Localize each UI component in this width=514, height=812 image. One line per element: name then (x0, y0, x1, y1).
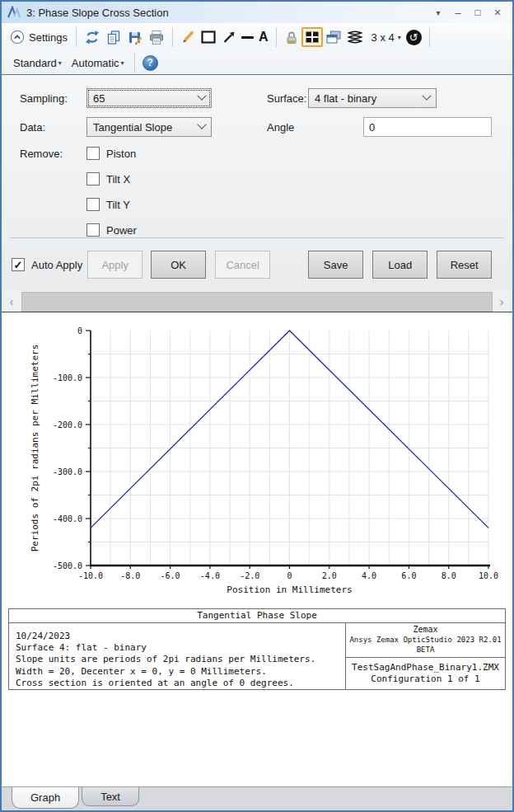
annotation-line: Slope units are periods of 2pi radians p… (16, 654, 339, 665)
svg-text:-10.0: -10.0 (78, 571, 103, 580)
line-icon (241, 36, 254, 39)
svg-text:-500.0: -500.0 (53, 561, 82, 570)
svg-text:8.0: 8.0 (442, 571, 456, 580)
save-button-toolbar[interactable] (124, 26, 146, 48)
caret-down-icon: ▾ (121, 59, 124, 67)
svg-text:-400.0: -400.0 (53, 514, 82, 523)
settings-panel: Sampling: 65 Surface: 4 flat - binary Da… (2, 75, 512, 291)
panel-button-row: ✓ Auto Apply Apply OK Cancel Save Load R… (2, 238, 512, 291)
scroll-left-icon[interactable]: ‹ (2, 292, 21, 312)
lens-file-name: TestSagAndPhase_Binary1.ZMX (346, 662, 505, 674)
tab-text[interactable]: Text (82, 787, 139, 806)
svg-text:-200.0: -200.0 (53, 420, 82, 429)
toolbar-separator (172, 27, 173, 47)
svg-text:Position in Millimeters: Position in Millimeters (227, 584, 352, 595)
text-annotate-button[interactable]: A (256, 26, 271, 48)
maximize-button[interactable]: □ (468, 4, 488, 21)
view-tabs: Graph Text (2, 786, 512, 810)
minimize-button[interactable]: – (448, 4, 468, 21)
settings-label: Settings (29, 31, 68, 44)
toolbar-secondary: Standard ▾ Automatic ▾ ? (2, 51, 512, 75)
help-button[interactable]: ? (140, 52, 161, 73)
chevron-down-icon (422, 92, 431, 101)
ok-button[interactable]: OK (151, 251, 206, 279)
copy-icon (105, 30, 122, 45)
surface-label: Surface: (267, 92, 308, 105)
svg-text:2.0: 2.0 (322, 571, 337, 580)
reset-view-button[interactable]: ↺ (404, 26, 424, 48)
tab-graph[interactable]: Graph (12, 787, 79, 809)
settings-toggle-button[interactable]: Settings (7, 30, 71, 45)
window-title: 3: Phase Slope Cross Section (26, 7, 428, 19)
standard-dropdown[interactable]: Standard ▾ (8, 53, 67, 73)
cascade-windows-button[interactable] (323, 26, 344, 48)
sampling-value: 65 (93, 92, 105, 105)
text-icon: A (259, 31, 269, 44)
svg-text:-2.0: -2.0 (240, 571, 259, 580)
piston-checkbox[interactable] (86, 147, 100, 160)
refresh-button[interactable] (82, 26, 103, 48)
product-version: Ansys Zemax OpticStudio 2023 R2.01 BETA (347, 635, 504, 655)
tilt-x-checkbox[interactable] (86, 172, 100, 185)
annotation-line: 10/24/2023 (16, 631, 339, 642)
lock-window-button[interactable] (282, 26, 301, 48)
data-dropdown[interactable]: Tangential Slope (86, 117, 212, 137)
scrollbar-thumb[interactable]: › (21, 292, 493, 312)
collapse-circle-icon (10, 30, 25, 45)
data-label: Data: (20, 121, 86, 134)
surface-dropdown[interactable]: 4 flat - binary (308, 88, 437, 108)
horizontal-scrollbar[interactable]: ‹ › (2, 291, 512, 312)
svg-text:6.0: 6.0 (401, 571, 416, 580)
automatic-dropdown[interactable]: Automatic ▾ (67, 53, 129, 73)
power-checkbox[interactable] (86, 223, 100, 237)
refresh-icon (84, 30, 100, 45)
tilt-y-checkbox[interactable] (86, 198, 100, 211)
auto-apply-checkbox[interactable]: ✓ (12, 258, 25, 271)
load-button[interactable]: Load (372, 251, 428, 279)
grid-size-dropdown[interactable]: 3 x 4 ▾ (366, 26, 404, 48)
line-annotate-button[interactable] (239, 26, 256, 48)
chart: 0-100.0-200.0-300.0-400.0-500.0-10.0-8.0… (2, 312, 512, 597)
sampling-label: Sampling: (20, 92, 86, 105)
sampling-dropdown[interactable]: 65 (86, 88, 212, 108)
remove-label: Remove: (20, 148, 86, 160)
tilt-x-checkbox-label: Tilt X (106, 173, 130, 185)
split-window-button[interactable] (301, 27, 323, 47)
svg-text:-100.0: -100.0 (53, 373, 82, 383)
pencil-annotate-button[interactable] (178, 26, 198, 48)
grid-size-label: 3 x 4 (371, 31, 395, 44)
toolbar-separator (76, 27, 77, 47)
data-value: Tangential Slope (93, 121, 172, 134)
power-checkbox-label: Power (106, 224, 137, 237)
svg-text:-300.0: -300.0 (53, 467, 82, 476)
annotation-line: Surface 4: flat - binary (16, 642, 339, 654)
tilt-y-checkbox-label: Tilt Y (106, 199, 130, 211)
history-icon: ↺ (406, 30, 422, 45)
save-button[interactable]: Save (308, 251, 363, 279)
automatic-label: Automatic (72, 57, 119, 69)
svg-text:-6.0: -6.0 (161, 571, 180, 580)
surface-stack-button[interactable] (344, 26, 366, 48)
angle-input[interactable] (363, 117, 492, 137)
toolbar-main: Settings (2, 23, 512, 51)
split-window-icon (305, 31, 320, 44)
app-window: 3: Phase Slope Cross Section ▾ – □ × Set… (0, 0, 514, 812)
reset-button[interactable]: Reset (437, 251, 492, 279)
scroll-right-icon[interactable]: › (492, 292, 512, 312)
annotation-right: Zemax Ansys Zemax OpticStudio 2023 R2.01… (345, 623, 505, 689)
svg-text:Periods of 2pi radians per Mil: Periods of 2pi radians per Millimeters (30, 345, 40, 552)
rectangle-annotate-button[interactable] (198, 26, 219, 48)
caret-down-icon: ▾ (398, 34, 401, 41)
arrow-annotate-button[interactable] (219, 26, 239, 48)
cancel-button[interactable]: Cancel (215, 251, 270, 279)
window-menu-caret-icon[interactable]: ▾ (428, 4, 448, 21)
configuration-label: Configuration 1 of 1 (346, 674, 505, 686)
arrow-icon (222, 30, 236, 45)
copy-button[interactable] (103, 26, 124, 48)
standard-label: Standard (13, 57, 57, 69)
caret-down-icon: ▾ (58, 59, 62, 67)
close-button[interactable]: × (488, 4, 507, 21)
apply-button[interactable]: Apply (87, 251, 143, 279)
svg-text:-4.0: -4.0 (200, 571, 220, 580)
print-button[interactable] (146, 26, 167, 48)
